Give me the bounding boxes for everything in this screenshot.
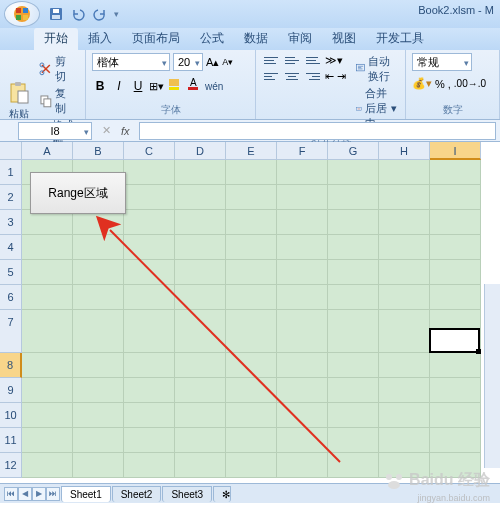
cell[interactable] <box>430 428 481 453</box>
cell[interactable] <box>175 453 226 478</box>
row-header[interactable]: 7 <box>0 310 22 353</box>
cell[interactable] <box>73 260 124 285</box>
cell[interactable] <box>226 378 277 403</box>
cell[interactable] <box>277 353 328 378</box>
align-top-icon[interactable] <box>262 53 280 67</box>
cell[interactable] <box>430 160 481 185</box>
cell[interactable] <box>379 160 430 185</box>
accounting-format-icon[interactable]: 💰▾ <box>412 77 432 90</box>
cell[interactable] <box>379 403 430 428</box>
col-header[interactable]: H <box>379 142 430 160</box>
cell[interactable] <box>328 428 379 453</box>
cell[interactable] <box>73 378 124 403</box>
cell[interactable] <box>73 353 124 378</box>
cell[interactable] <box>379 235 430 260</box>
copy-button[interactable]: 复制 <box>37 85 79 117</box>
cell[interactable] <box>277 428 328 453</box>
row-header[interactable]: 2 <box>0 185 22 210</box>
row-header[interactable]: 9 <box>0 378 22 403</box>
cell[interactable] <box>22 310 73 353</box>
cell[interactable] <box>277 378 328 403</box>
cell[interactable] <box>22 260 73 285</box>
cell[interactable] <box>22 378 73 403</box>
cell[interactable] <box>379 185 430 210</box>
sheet-tab-3[interactable]: Sheet3 <box>162 486 212 502</box>
cell[interactable] <box>226 235 277 260</box>
increase-decimal-icon[interactable]: .00→.0 <box>454 78 486 89</box>
cell[interactable] <box>124 453 175 478</box>
font-size-combo[interactable]: 20 <box>173 53 203 71</box>
cell[interactable] <box>124 403 175 428</box>
cell[interactable] <box>124 428 175 453</box>
cell[interactable] <box>175 403 226 428</box>
tab-formulas[interactable]: 公式 <box>190 28 234 50</box>
cell[interactable] <box>124 235 175 260</box>
col-header[interactable]: B <box>73 142 124 160</box>
cell[interactable] <box>226 185 277 210</box>
cell[interactable] <box>277 453 328 478</box>
cell[interactable] <box>22 453 73 478</box>
cell[interactable] <box>328 160 379 185</box>
underline-button[interactable]: U <box>130 79 146 93</box>
worksheet-grid[interactable]: A B C D E F G H I 1 2 3 4 5 6 7 8 9 10 1… <box>0 142 500 502</box>
cell[interactable] <box>226 210 277 235</box>
cell[interactable] <box>379 260 430 285</box>
align-left-icon[interactable] <box>262 69 280 83</box>
cell[interactable] <box>277 260 328 285</box>
cell[interactable] <box>430 353 481 378</box>
number-format-combo[interactable]: 常规 <box>412 53 472 71</box>
col-header[interactable]: E <box>226 142 277 160</box>
cell[interactable] <box>328 210 379 235</box>
bold-button[interactable]: B <box>92 78 108 94</box>
cell[interactable] <box>22 285 73 310</box>
wrap-text-button[interactable]: 自动换行 <box>354 53 399 85</box>
cell[interactable] <box>73 235 124 260</box>
row-header[interactable]: 3 <box>0 210 22 235</box>
redo-icon[interactable] <box>92 6 108 22</box>
cut-button[interactable]: 剪切 <box>37 53 79 85</box>
row-header[interactable]: 1 <box>0 160 22 185</box>
cell[interactable] <box>430 310 481 353</box>
first-sheet-icon[interactable]: ⏮ <box>4 487 18 501</box>
cell[interactable] <box>430 185 481 210</box>
next-sheet-icon[interactable]: ▶ <box>32 487 46 501</box>
row-header[interactable]: 12 <box>0 453 22 478</box>
font-name-combo[interactable]: 楷体 <box>92 53 170 71</box>
cell[interactable] <box>328 453 379 478</box>
cell[interactable] <box>175 310 226 353</box>
col-header[interactable]: F <box>277 142 328 160</box>
cell[interactable] <box>124 378 175 403</box>
decrease-indent-icon[interactable]: ⇤ <box>325 70 334 83</box>
name-box[interactable]: I8 <box>18 122 92 140</box>
cell[interactable] <box>226 353 277 378</box>
comma-format-icon[interactable]: , <box>448 78 451 90</box>
tab-view[interactable]: 视图 <box>322 28 366 50</box>
cell[interactable] <box>379 378 430 403</box>
increase-indent-icon[interactable]: ⇥ <box>337 70 346 83</box>
formula-input[interactable] <box>139 122 496 140</box>
cell[interactable] <box>124 310 175 353</box>
cell[interactable] <box>22 403 73 428</box>
align-center-icon[interactable] <box>283 69 301 83</box>
cell[interactable] <box>328 403 379 428</box>
row-header-selected[interactable]: 8 <box>0 353 22 378</box>
col-header[interactable]: D <box>175 142 226 160</box>
tab-review[interactable]: 审阅 <box>278 28 322 50</box>
cell[interactable] <box>226 428 277 453</box>
cell[interactable] <box>22 353 73 378</box>
cell[interactable] <box>175 160 226 185</box>
cell[interactable] <box>277 185 328 210</box>
undo-icon[interactable] <box>70 6 86 22</box>
office-button[interactable] <box>4 1 40 27</box>
cell[interactable] <box>328 235 379 260</box>
cell[interactable] <box>73 453 124 478</box>
save-icon[interactable] <box>48 6 64 22</box>
cell[interactable] <box>379 353 430 378</box>
align-bottom-icon[interactable] <box>304 53 322 67</box>
cell[interactable] <box>430 260 481 285</box>
cell[interactable] <box>175 185 226 210</box>
row-header[interactable]: 11 <box>0 428 22 453</box>
cell[interactable] <box>430 235 481 260</box>
sheet-tab-2[interactable]: Sheet2 <box>112 486 162 502</box>
cell[interactable] <box>175 235 226 260</box>
